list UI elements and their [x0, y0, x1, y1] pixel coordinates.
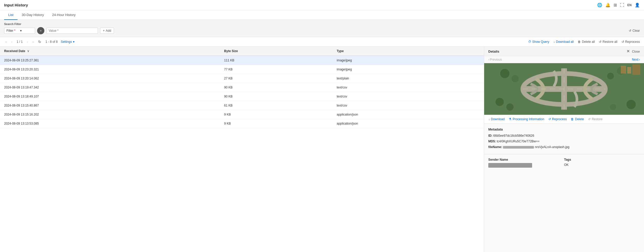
delete-label: Delete [575, 117, 584, 121]
show-query-button[interactable]: ⏱ Show Query [528, 40, 549, 44]
cell-received-date: 2024-08-09 13:20:14.062 [0, 74, 220, 83]
records-info: 1 - 8 of 8 [45, 40, 57, 44]
close-button[interactable]: ✕ Close [626, 49, 640, 53]
metadata-filename-row: fileName: nrsVjvALnA-unsplash.jpg [488, 145, 640, 149]
reprocess-button[interactable]: ↺ Reprocess [622, 40, 640, 44]
table-header-row: Received Date ∨ Byte Size Type [0, 47, 484, 56]
cell-byte-size: 90 KB [220, 92, 333, 101]
settings-label: Settings [61, 40, 72, 44]
top-bar-icons: 🌐 🔔 ⊞ ⛶ EN 👤 [597, 3, 640, 7]
tab-24hour[interactable]: 24-Hour History [48, 10, 80, 20]
metadata-id-row: ID: 66b5ee97dc16cb586e740626 [488, 133, 640, 138]
sender-col: Sender Name [488, 158, 564, 168]
user-icon[interactable]: 👤 [635, 3, 640, 7]
globe-icon[interactable]: 🌐 [597, 3, 602, 7]
show-query-label: Show Query [532, 40, 549, 44]
download-all-button[interactable]: ↓ Download all [554, 40, 574, 44]
chevron-down-icon: ▾ [73, 40, 75, 44]
plus-icon: + [103, 29, 105, 32]
last-page-button[interactable]: » [31, 39, 35, 44]
table-row[interactable]: 2024-08-09 13:15:40.86761 KBtext/csv [0, 101, 484, 110]
cell-received-date: 2024-08-09 13:15:40.867 [0, 101, 220, 110]
download-all-icon: ↓ [554, 40, 555, 44]
cell-received-date: 2024-08-09 13:15:16.202 [0, 110, 220, 119]
delete-icon: 🗑 [571, 117, 574, 121]
metadata-id-value: 66b5ee97dc16cb586e740626 [493, 134, 534, 137]
details-nav: ‹ Previous Next › [484, 56, 644, 63]
prev-detail-button[interactable]: ‹ Previous [488, 58, 502, 61]
tags-value: OK [564, 163, 640, 167]
page-info: 1 / 1 [16, 40, 22, 44]
svg-rect-17 [632, 64, 640, 75]
download-detail-button[interactable]: ↓ Download [488, 117, 505, 121]
filter-dropdown[interactable]: Filter * ▾ [4, 28, 35, 34]
col-label-byte-size: Byte Size [224, 49, 238, 53]
settings-button[interactable]: Settings ▾ [61, 40, 75, 44]
svg-point-9 [496, 98, 504, 106]
next-detail-button[interactable]: Next › [632, 58, 640, 61]
bell-icon[interactable]: 🔔 [605, 3, 610, 7]
table-row[interactable]: 2024-08-09 13:19:47.34290 KBtext/csv [0, 83, 484, 92]
clock-icon: ⏱ [528, 40, 531, 44]
close-icon: ✕ [626, 49, 630, 53]
svg-rect-15 [621, 66, 626, 74]
table-row[interactable]: 2024-08-09 13:15:16.2029 KBapplication/j… [0, 110, 484, 119]
col-header-byte-size[interactable]: Byte Size [220, 47, 333, 56]
main-content: Received Date ∨ Byte Size Type 2024-08-0… [0, 47, 644, 252]
details-actions: ↓ Download ⚗ Processing Information ↺ Re… [484, 115, 644, 124]
add-button[interactable]: + Add [100, 28, 114, 34]
reprocess-detail-button[interactable]: ↺ Reprocess [548, 117, 567, 121]
restore-all-icon: ↺ [599, 40, 601, 44]
restore-all-button[interactable]: ↺ Restore all [599, 40, 617, 44]
filter-label: Filter * [6, 29, 19, 32]
table-row[interactable]: 2024-08-09 13:18:49.10790 KBtext/csv [0, 92, 484, 101]
table-area: Received Date ∨ Byte Size Type 2024-08-0… [0, 47, 484, 252]
clear-button[interactable]: ↺ Clear [629, 29, 640, 32]
cell-byte-size: 9 KB [220, 119, 333, 128]
delete-detail-button[interactable]: 🗑 Delete [571, 117, 584, 121]
svg-point-7 [500, 69, 509, 78]
table-row[interactable]: 2024-08-09 13:23:20.32177 KBimage/jpeg [0, 65, 484, 74]
cell-byte-size: 61 KB [220, 101, 333, 110]
tabs-bar: List 30-Day History 24-Hour History [0, 10, 644, 20]
sender-name-label: Sender Name [488, 158, 564, 161]
cell-byte-size: 9 KB [220, 110, 333, 119]
reprocess-icon: ↺ [622, 40, 624, 44]
chevron-down-icon: ▾ [20, 29, 33, 32]
prev-page-button[interactable]: ‹ [10, 39, 14, 44]
lang-label[interactable]: EN [627, 3, 632, 7]
refresh-button[interactable]: ↻ [37, 39, 42, 44]
table-row[interactable]: 2024-08-09 13:25:27.361111 KBimage/jpeg [0, 56, 484, 65]
toolbar: « ‹ 1 / 1 › » ↻ 1 - 8 of 8 Settings ▾ ⏱ … [0, 37, 644, 47]
add-label: Add [106, 29, 111, 32]
toolbar-right: ⏱ Show Query ↓ Download all 🗑 Delete all… [528, 40, 640, 44]
trash-icon: 🗑 [578, 40, 581, 44]
cell-received-date: 2024-08-09 13:18:49.107 [0, 92, 220, 101]
processing-info-button[interactable]: ⚗ Processing Information [509, 117, 544, 121]
reprocess-detail-label: Reprocess [552, 117, 567, 121]
table-body: 2024-08-09 13:25:27.361111 KBimage/jpeg2… [0, 56, 484, 128]
cell-type: application/json [333, 110, 484, 119]
layout-icon[interactable]: ⊞ [614, 3, 617, 7]
table-row[interactable]: 2024-08-09 13:20:14.06227 KBtext/plain [0, 74, 484, 83]
expand-icon[interactable]: ⛶ [620, 3, 624, 7]
svg-point-11 [626, 100, 636, 109]
delete-all-button[interactable]: 🗑 Delete all [578, 40, 595, 44]
col-header-received-date[interactable]: Received Date ∨ [0, 47, 220, 56]
table-row[interactable]: 2024-08-09 13:13:53.0859 KBapplication/j… [0, 119, 484, 128]
filename-blurred [503, 146, 534, 149]
restore-detail-button: ↺ Restore [588, 117, 602, 121]
svg-point-8 [511, 75, 519, 82]
first-page-button[interactable]: « [4, 39, 8, 44]
prev-label: Previous [490, 58, 502, 61]
tab-list[interactable]: List [4, 10, 18, 20]
value-input[interactable] [46, 28, 98, 34]
next-page-button[interactable]: › [26, 39, 29, 44]
metadata-md5-row: MD5: tc4/0KghXURu5C70eT72Bw== [488, 139, 640, 144]
metadata-md5-value: tc4/0KghXURu5C70eT72Bw== [497, 140, 540, 143]
filter-eq-button[interactable]: = [37, 27, 44, 34]
details-title: Details [488, 50, 499, 53]
col-header-type[interactable]: Type [333, 47, 484, 56]
filter-icon: ⚗ [509, 117, 511, 121]
tab-30day[interactable]: 30-Day History [18, 10, 48, 20]
